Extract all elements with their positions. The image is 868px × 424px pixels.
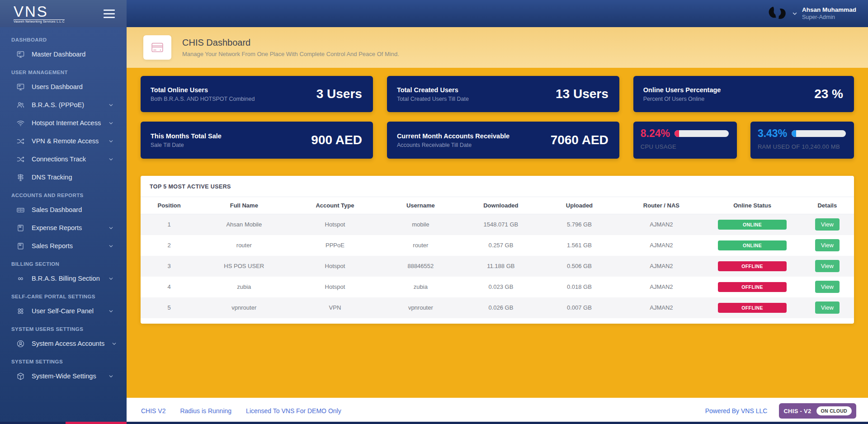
cell-router: AJMAN2 [618, 277, 704, 297]
page-title: CHIS Dashboard [182, 38, 399, 48]
sidebar-item-sales-reports[interactable]: Sales Reports [0, 237, 127, 255]
sidebar-section-heading: SELF-CARE PORTAL SETTINGS [0, 287, 127, 302]
stat-card-accounts-receivable: Current Month Accounts Receivable Accoun… [387, 122, 619, 159]
vns-logo[interactable]: VNS Vaseeh Networking Services L.L.C [14, 4, 65, 24]
cell-position: 1 [141, 214, 198, 235]
stat-subtitle: Both B.R.A.S. AND HOTSPOT Combined [151, 96, 255, 102]
view-button[interactable]: View [815, 281, 840, 293]
chevron-down-icon [108, 373, 114, 379]
status-badge: OFFLINE [718, 261, 787, 271]
column-header: Position [141, 197, 198, 214]
sidebar-item-master-dashboard[interactable]: Master Dashboard [0, 45, 127, 63]
cpu-usage-value: 8.24% [641, 127, 670, 140]
chevron-down-icon [108, 225, 114, 231]
cell-position: 5 [141, 297, 198, 318]
stat-subtitle: Total Created Users Till Date [397, 96, 469, 102]
cell-username: zubia [380, 277, 462, 297]
top-bar: VNS Vaseeh Networking Services L.L.C Ahs… [0, 0, 868, 27]
stat-title: Current Month Accounts Receivable [397, 132, 509, 140]
sidebar-item-b-r-a-s-billing-section[interactable]: B.R.A.S. Billing Section [0, 269, 127, 287]
view-button[interactable]: View [815, 260, 840, 272]
sidebar-item-label: Sales Dashboard [32, 206, 114, 213]
powered-by-link[interactable]: Powered By VNS LLC [705, 407, 768, 415]
sidebar-item-b-r-a-s-pppoe[interactable]: B.R.A.S. (PPPoE) [0, 96, 127, 114]
sidebar-item-label: Connections Track [32, 155, 101, 163]
cell-account-type: Hotspot [290, 214, 379, 235]
status-badge: OFFLINE [718, 282, 787, 292]
cpu-usage-card: 8.24% CPU USAGE [633, 122, 737, 159]
cell-position: 2 [141, 235, 198, 256]
sidebar-item-label: System-Wide Settings [32, 372, 101, 380]
signpost-icon [16, 173, 25, 182]
chevron-down-icon [792, 11, 797, 16]
column-header: Full Name [198, 197, 290, 214]
sidebar-section-heading: DASHBOARD [0, 31, 127, 45]
ram-usage-card: 3.43% RAM USED OF 10,240.00 MB [750, 122, 854, 159]
cell-full-name: router [198, 235, 290, 256]
sidebar-item-expense-reports[interactable]: Expense Reports [0, 219, 127, 237]
column-header: Username [380, 197, 462, 214]
chevron-down-icon [111, 341, 117, 347]
user-menu[interactable]: Ahsan Muhammad Super-Admin [767, 5, 856, 23]
main-content: CHIS Dashboard Manage Your Network From … [127, 27, 868, 424]
sidebar-item-user-self-care-panel[interactable]: User Self-Care Panel [0, 302, 127, 320]
sidebar-item-users-dashboard[interactable]: Users Dashboard [0, 78, 127, 96]
cell-full-name: vpnrouter [198, 297, 290, 318]
top-active-users-table: PositionFull NameAccount TypeUsernameDow… [141, 197, 854, 318]
sidebar-section-heading: SYSTEM SETTINGS [0, 353, 127, 367]
view-button[interactable]: View [815, 239, 840, 251]
sidebar-item-system-wide-settings[interactable]: System-Wide Settings [0, 367, 127, 385]
sidebar-item-hotspot-internet-access[interactable]: Hotspot Internet Access [0, 114, 127, 132]
cpu-progress-bar [675, 130, 729, 137]
cell-router: AJMAN2 [618, 297, 704, 318]
stat-card-total-online-users: Total Online Users Both B.R.A.S. AND HOT… [141, 76, 373, 112]
footer-link-license[interactable]: Licensed To VNS For DEMO Only [246, 407, 341, 415]
window-bottom-strip [0, 422, 868, 424]
sidebar-item-sales-dashboard[interactable]: Sales Dashboard [0, 201, 127, 219]
stat-card-online-users-percentage: Online Users Percentage Percent Of Users… [633, 76, 854, 112]
stat-title: Online Users Percentage [643, 86, 721, 94]
sidebar-nav: DASHBOARDMaster DashboardUSER MANAGEMENT… [0, 27, 127, 424]
credit-card-icon [143, 35, 171, 60]
chevron-down-icon [108, 243, 114, 249]
footer-link-radius-status[interactable]: Radius is Running [180, 407, 231, 415]
sidebar-item-label: B.R.A.S. Billing Section [32, 275, 101, 282]
cell-account-type: Hotspot [290, 277, 379, 297]
sidebar-section-heading: ACCOUNTS AND REPORTS [0, 186, 127, 201]
sidebar-item-connections-track[interactable]: Connections Track [0, 150, 127, 168]
hamburger-menu-icon[interactable] [102, 8, 117, 20]
sidebar-item-vpn-remote-access[interactable]: VPN & Remote Access [0, 132, 127, 150]
sidebar-item-system-access-accounts[interactable]: System Access Accounts [0, 334, 127, 353]
table-row: 5vpnrouterVPNvpnrouter0.026 GB0.007 GBAJ… [141, 297, 854, 318]
status-badge: OFFLINE [718, 303, 787, 313]
column-header: Online Status [704, 197, 801, 214]
atom-icon [16, 307, 25, 316]
sidebar-item-label: B.R.A.S. (PPPoE) [32, 101, 101, 108]
sidebar-item-dns-tracking[interactable]: DNS Tracking [0, 168, 127, 186]
table-row: 2routerPPPoErouter0.257 GB1.561 GBAJMAN2… [141, 235, 854, 256]
stat-value: 7060 AED [551, 133, 609, 147]
status-badge: ONLINE [718, 220, 787, 230]
cell-position: 3 [141, 256, 198, 277]
cell-uploaded: 5.796 GB [540, 214, 619, 235]
logo-subtext: Vaseeh Networking Services L.L.C [14, 19, 65, 24]
sidebar-item-label: Users Dashboard [32, 83, 114, 90]
cell-account-type: Hotspot [290, 256, 379, 277]
footer-link-chis-v2[interactable]: CHIS V2 [141, 407, 165, 415]
cell-downloaded: 1548.071 GB [462, 214, 540, 235]
cell-username: 88846552 [380, 256, 462, 277]
view-button[interactable]: View [815, 218, 840, 231]
infinity-icon [16, 274, 25, 283]
view-button[interactable]: View [815, 302, 840, 314]
wifi-icon [16, 119, 25, 127]
stat-card-month-total-sale: This Months Total Sale Sale Till Date 90… [141, 122, 373, 159]
sidebar-item-label: Expense Reports [32, 224, 101, 231]
chis-v2-cloud-badge[interactable]: CHIS - V2 ON CLOUD [779, 403, 856, 419]
table-title: TOP 5 MOST ACTIVE USERS [141, 176, 854, 197]
cell-router: AJMAN2 [618, 256, 704, 277]
stat-title: Total Online Users [151, 86, 255, 94]
chevron-down-icon [108, 276, 114, 282]
page-subtitle: Manage Your Network From One Place With … [182, 51, 399, 57]
cell-downloaded: 0.023 GB [462, 277, 540, 297]
sidebar-item-label: User Self-Care Panel [32, 307, 101, 315]
